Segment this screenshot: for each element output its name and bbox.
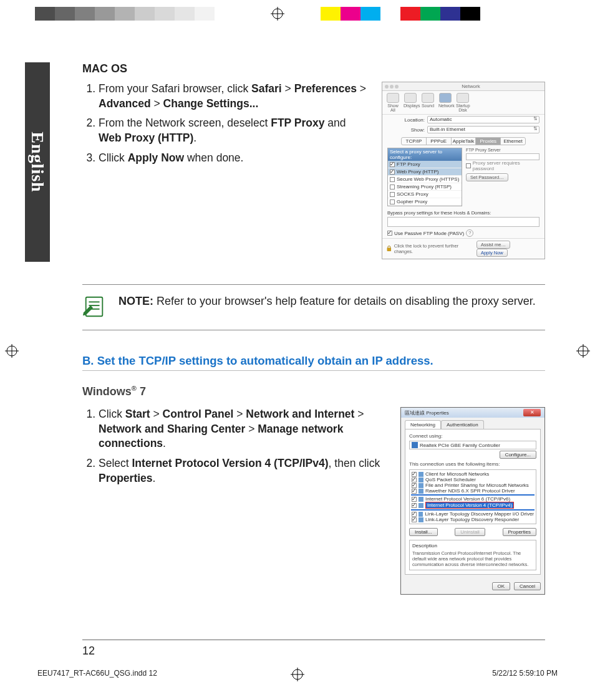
mac-set-password-button[interactable]: Set Password…	[466, 173, 508, 181]
mac-pw-checkbox[interactable]	[466, 163, 471, 168]
color-swatch	[360, 7, 380, 21]
mac-tab[interactable]: Ethernet	[501, 138, 525, 145]
note-icon	[82, 295, 106, 321]
mac-tab[interactable]: TCP/IP	[402, 138, 427, 145]
win-item-row[interactable]: File and Printer Sharing for Microsoft N…	[411, 482, 535, 488]
mac-bypass-field[interactable]	[387, 217, 539, 227]
mac-tab[interactable]: PPPoE	[427, 138, 452, 145]
page-content: English MAC OS From your Safari browser,…	[25, 62, 570, 663]
gray-swatch	[95, 7, 115, 21]
color-swatch	[341, 7, 360, 21]
mac-toolbar-item[interactable]: Sound	[421, 93, 435, 112]
note-box: NOTE: Refer to your browser's help featu…	[82, 284, 545, 330]
traffic-light-min[interactable]	[390, 85, 394, 89]
mac-help-icon[interactable]: ?	[466, 229, 473, 237]
mac-proxy-row[interactable]: Streaming Proxy (RTSP)	[388, 183, 462, 191]
win-item-checkbox[interactable]	[412, 472, 417, 477]
win-item-row[interactable]: QoS Packet Scheduler	[411, 477, 535, 482]
mac-toolbar-item[interactable]: Startup Disk	[456, 93, 470, 112]
registration-cross-right	[576, 344, 590, 358]
mac-bypass-label: Bypass proxy settings for these Hosts & …	[387, 210, 539, 216]
registration-cross-left	[5, 344, 19, 358]
gray-swatch	[215, 7, 235, 21]
registration-top	[0, 6, 595, 21]
mac-proxy-checkbox[interactable]	[390, 162, 395, 167]
component-icon	[418, 472, 423, 477]
win-item-row[interactable]: Internet Protocol Version 4 (TCP/IPv4)	[411, 502, 535, 509]
mac-apply-now-button[interactable]: Apply Now	[476, 249, 508, 257]
mac-show-label: Show:	[387, 127, 425, 133]
svg-rect-13	[86, 297, 103, 316]
win-close-button[interactable]: ✕	[523, 409, 541, 416]
svg-rect-17	[412, 442, 418, 448]
win-item-checkbox[interactable]	[412, 483, 417, 488]
mac-toolbar: Show AllDisplaysSoundNetworkStartup Disk	[382, 91, 544, 115]
mac-proxy-row[interactable]: Web Proxy (HTTP)	[388, 168, 462, 176]
svg-rect-18	[418, 472, 423, 477]
win-item-row[interactable]: Link-Layer Topology Discovery Responder	[411, 517, 535, 522]
win-description-box: Description Transmission Control Protoco…	[409, 540, 536, 570]
win-uninstall-button[interactable]: Uninstall	[455, 528, 485, 536]
component-icon	[418, 483, 423, 488]
mac-tab[interactable]: Proxies	[476, 138, 501, 145]
component-icon	[418, 477, 423, 482]
mac-toolbar-item[interactable]: Displays	[404, 93, 417, 112]
mac-proxy-list[interactable]: Select a proxy server to configure: FTP …	[387, 148, 462, 206]
mac-proxy-checkbox[interactable]	[390, 192, 395, 197]
traffic-light-close[interactable]	[385, 85, 389, 89]
mac-toolbar-item[interactable]: Show All	[386, 93, 400, 112]
section-rule	[82, 370, 545, 371]
mac-tab[interactable]: AppleTalk	[452, 138, 476, 145]
win-ok-button[interactable]: OK	[492, 582, 511, 590]
traffic-light-zoom[interactable]	[395, 85, 399, 89]
mac-assist-button[interactable]: Assist me…	[476, 241, 510, 249]
mac-location-select[interactable]: Automatic	[427, 116, 539, 123]
win-configure-button[interactable]: Configure...	[500, 451, 536, 459]
mac-proxy-checkbox[interactable]	[390, 170, 395, 175]
mac-show-select[interactable]: Built-in Ethernet	[427, 126, 539, 133]
macos-network-panel: Network Show AllDisplaysSoundNetworkStar…	[382, 82, 545, 259]
imprint-footer: EEU7417_RT-AC66U_QSG.indd 12 5/22/12 5:5…	[37, 669, 558, 678]
win-item-row[interactable]: Client for Microsoft Networks	[411, 471, 535, 477]
language-tab: English	[25, 62, 50, 262]
lock-icon[interactable]	[386, 246, 392, 252]
win-item-checkbox[interactable]	[412, 497, 417, 502]
win-tab-authentication[interactable]: Authentication	[441, 420, 484, 429]
mac-proxy-checkbox[interactable]	[390, 199, 395, 204]
macos-steps: From your Safari browser, click Safari >…	[82, 82, 369, 170]
gray-swatch	[115, 7, 135, 21]
win-title-text: 區域連線 Properties	[405, 410, 449, 416]
win7-steps: Click Start > Control Panel > Network an…	[82, 407, 388, 491]
macos-step-3: Cllick Apply Now when done.	[99, 151, 369, 166]
color-swatch	[460, 7, 480, 21]
mac-proxy-row[interactable]: Gopher Proxy	[388, 198, 462, 206]
win-items-list[interactable]: Client for Microsoft NetworksQoS Packet …	[409, 469, 536, 524]
svg-rect-19	[418, 477, 423, 482]
svg-rect-20	[418, 483, 423, 488]
win7-step-1: Click Start > Control Panel > Network an…	[99, 407, 388, 451]
win-item-row[interactable]: Link-Layer Topology Discovery Mapper I/O…	[411, 511, 535, 517]
win-item-checkbox[interactable]	[412, 489, 417, 494]
win-tab-networking[interactable]: Networking	[405, 420, 441, 429]
mac-pasv-checkbox[interactable]	[387, 231, 392, 236]
mac-proxy-row[interactable]: SOCKS Proxy	[388, 191, 462, 198]
win-item-row[interactable]: Internet Protocol Version 6 (TCP/IPv6)	[411, 496, 535, 502]
win-item-checkbox[interactable]	[412, 517, 417, 522]
win-item-checkbox[interactable]	[412, 477, 417, 482]
mac-proxy-row[interactable]: FTP Proxy	[388, 161, 462, 168]
win-item-checkbox[interactable]	[412, 503, 417, 508]
win-cancel-button[interactable]: Cancel	[514, 582, 541, 590]
svg-rect-23	[418, 503, 423, 508]
mac-proxy-server-field[interactable]	[466, 153, 539, 160]
page-number: 12	[82, 645, 95, 658]
mac-proxy-checkbox[interactable]	[390, 177, 395, 182]
win-item-checkbox[interactable]	[412, 512, 417, 517]
win-item-row[interactable]: Rawether NDIS 6.X SPR Protocol Driver	[411, 488, 535, 494]
mac-proxy-row[interactable]: Secure Web Proxy (HTTPS)	[388, 176, 462, 183]
win-install-button[interactable]: Install...	[409, 528, 438, 536]
win-properties-button[interactable]: Properties	[503, 528, 536, 536]
mac-proxy-checkbox[interactable]	[390, 185, 395, 189]
mac-toolbar-item[interactable]: Network	[438, 93, 452, 112]
color-swatches	[321, 7, 480, 21]
color-swatch	[440, 7, 460, 21]
